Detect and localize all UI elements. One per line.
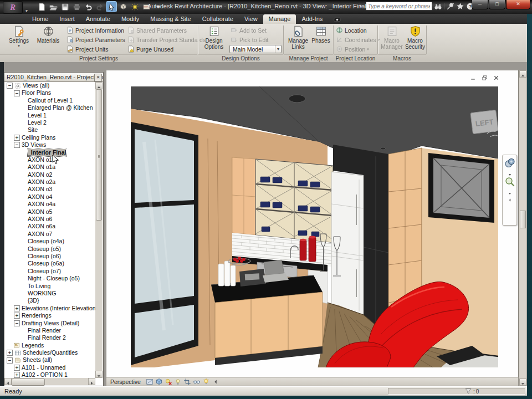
tree-expander-minus[interactable]: − [14,142,20,148]
minimize-button[interactable]: ─ [472,0,488,9]
scroll-up-icon[interactable] [95,82,103,89]
dropdown-icon[interactable] [507,170,513,175]
redo-button[interactable] [95,2,105,12]
tree-item[interactable]: Closeup (o7) [4,268,95,275]
add-to-set-button[interactable]: Add to Set [231,26,267,34]
location-button[interactable]: Location [336,26,367,34]
tree-expander-minus[interactable]: − [14,90,20,96]
steering-wheel-icon[interactable] [504,157,515,168]
tree-expander-plus[interactable]: + [7,350,13,356]
tree-item[interactable]: Closeup (o6) [4,253,95,260]
tree-item[interactable]: −Drafting Views (Detail) [4,320,95,327]
tree-item[interactable]: {3D} [4,297,95,304]
materials-button[interactable]: Materials [34,25,62,53]
communication-center-icon[interactable] [446,2,454,11]
tree-item[interactable]: +Renderings [4,312,95,319]
design-options-button[interactable]: Design Options [201,25,227,53]
manage-links-button[interactable]: Manage Links [287,25,309,53]
tree-item[interactable]: AXON o6a [4,223,95,230]
search-input[interactable] [366,2,432,11]
tree-item[interactable]: +Ceiling Plans [4,134,95,141]
scroll-up-icon[interactable] [519,70,526,78]
macro-manager-button[interactable]: Macro Manager [381,25,403,53]
phases-button[interactable]: Phases [310,25,331,53]
settings-button[interactable]: Settings ▾ [6,25,32,53]
scroll-down-icon[interactable] [95,371,103,378]
tab-manage[interactable]: Manage [263,14,296,24]
tree-item[interactable]: AXON o6 [4,216,95,223]
tree-item[interactable]: −Sheets (all) [4,356,95,364]
scroll-left-icon[interactable] [4,378,12,385]
tree-item[interactable]: +Schedules/Quantities [4,349,95,356]
tree-expander-minus[interactable]: − [14,320,20,326]
tree-item[interactable]: Closeup (o5) [4,245,95,253]
tab-insert[interactable]: Insert [54,14,80,24]
tree-expander-minus[interactable]: − [7,357,13,364]
tree-item[interactable]: _Interior Final [4,149,95,156]
project-parameters-button[interactable]: Project Parameters [66,35,125,44]
tree-item[interactable]: −Views (all) [4,82,95,89]
tree-item[interactable]: WORKING [4,290,95,297]
tree-item[interactable]: AXON o4 [4,193,95,201]
print-button[interactable] [71,2,81,12]
tree-item[interactable]: AXON o2a [4,178,95,186]
tree-item[interactable]: Enlarged Plan @ Kitchen [4,104,95,111]
search-icon[interactable] [434,2,442,11]
tab-annotate[interactable]: Annotate [80,14,116,24]
tree-item[interactable]: Final Render [4,327,95,334]
infocenter-toggle-icon[interactable] [357,2,364,10]
tree-expander-plus[interactable]: + [14,365,20,371]
close-button[interactable]: ✕ [506,0,530,9]
tree-item[interactable]: Callout of Level 1 [4,97,95,104]
tree-item[interactable]: −3D Views [4,141,95,149]
canvas-vertical-scrollbar[interactable] [519,70,527,386]
restore-button[interactable]: □ [489,0,505,9]
pick-to-edit-button[interactable]: Pick to Edit [231,35,269,44]
scroll-down-icon[interactable] [519,378,526,386]
tree-item[interactable]: AXON o4a [4,201,95,208]
tree-item[interactable]: AXON o1 [4,156,95,163]
hide-isolate-icon[interactable] [193,378,201,386]
position-button[interactable]: Position ▾ [336,45,369,53]
browser-horizontal-scrollbar[interactable] [4,378,95,385]
new-doc-button[interactable] [37,2,47,12]
tree-item[interactable]: AXON o7 [4,231,95,238]
tree-item[interactable]: Night - Closeup (o5) [4,275,95,282]
open-button[interactable] [48,2,58,12]
tree-expander-minus[interactable]: − [7,83,13,89]
design-option-select[interactable]: Main Model ▾ [229,45,282,53]
tree-item[interactable]: Closeup (o4a) [4,238,95,245]
view-restore-icon[interactable] [480,74,489,81]
dropdown-icon[interactable] [507,188,513,194]
tree-item[interactable]: AXON o5 [4,208,95,216]
application-menu-button[interactable]: R▾ [3,1,23,14]
tree-item[interactable]: Level 2 [4,119,95,126]
tree-item[interactable]: Final Render 2 [4,334,95,341]
view-scale-label[interactable]: Perspective [110,378,141,385]
tree-item[interactable]: Closeup (o6a) [4,260,95,267]
crop-view-icon[interactable] [183,378,191,386]
rendering-dialog-icon[interactable] [174,378,182,386]
tree-item[interactable]: Legends [4,342,95,349]
transfer-project-standards-button[interactable]: Transfer Project Standards [127,35,206,44]
save-button[interactable] [60,2,70,12]
scroll-right-icon[interactable] [88,378,95,385]
purge-unused-button[interactable]: Purge Unused [127,45,173,53]
scrollbar-thumb[interactable] [96,89,102,221]
favorites-icon[interactable] [456,2,464,11]
view-minimize-icon[interactable] [469,74,477,81]
project-information-button[interactable]: Project Information [66,26,124,34]
close-icon[interactable]: ✕ [94,74,102,81]
zoom-icon[interactable] [504,176,515,187]
macro-security-button[interactable]: Macro Security [404,25,426,53]
component-button[interactable] [118,2,128,12]
tree-item[interactable]: Site [4,126,95,134]
project-browser-header[interactable]: R2010_Kitchen_Reno.rvt - Project browser… [4,73,103,82]
collapse-arrow-icon[interactable] [212,378,219,386]
selection-filter[interactable]: :0 [464,387,479,395]
view-close-icon[interactable] [492,74,500,81]
pointer-button[interactable] [106,2,116,12]
tab-massing-site[interactable]: Massing & Site [145,14,196,24]
browser-vertical-scrollbar[interactable] [95,82,103,378]
tree-item[interactable]: AXON o3 [4,186,95,193]
